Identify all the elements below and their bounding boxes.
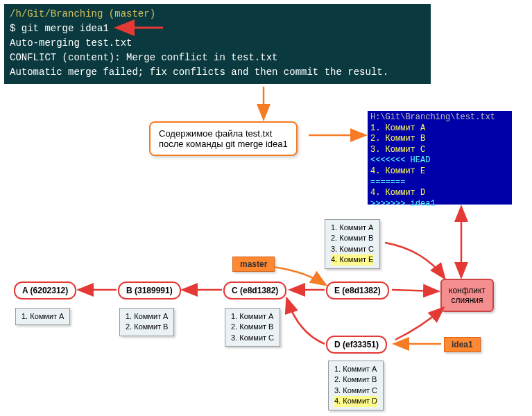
branch-master: master: [232, 257, 275, 272]
terminal-window: /h/Git/Branching (master) $ git merge id…: [4, 4, 431, 84]
file-e-l3: 3. Коммит C: [331, 244, 374, 254]
file-e-l1: 1. Коммит A: [331, 223, 374, 233]
editor-l5: 4. Коммит D: [370, 188, 509, 199]
callout-line-1: Содержимое файла test.txt: [159, 128, 288, 139]
terminal-output-1: Auto-merging test.txt: [10, 36, 425, 51]
conflict-l2: слияния: [449, 295, 486, 305]
file-c-l3: 3. Коммит C: [231, 333, 274, 343]
file-b-l2: 2. Коммит B: [126, 322, 168, 332]
svg-line-7: [392, 290, 437, 291]
file-box-d: 1. Коммит A 2. Коммит B 3. Коммит C 4. К…: [328, 361, 384, 410]
commit-node-c: C (e8d1382): [223, 281, 286, 300]
file-box-b: 1. Коммит A 2. Коммит B: [119, 308, 174, 336]
branch-idea1: idea1: [444, 337, 481, 352]
terminal-command: $ git merge idea1: [10, 21, 425, 36]
editor-sep-marker: =======: [370, 177, 509, 189]
file-box-e: 1. Коммит A 2. Коммит B 3. Коммит C 4. К…: [325, 219, 380, 269]
terminal-output-3: Automatic merge failed; fix conflicts an…: [10, 65, 425, 80]
file-d-l4: 4. Коммит D: [334, 396, 377, 406]
commit-node-a: A (6202312): [14, 281, 76, 300]
file-d-l1: 1. Коммит A: [334, 364, 377, 374]
file-d-l2: 2. Коммит B: [334, 374, 377, 385]
file-c-l2: 2. Коммит B: [231, 322, 274, 332]
editor-l4: 4. Коммит E: [370, 166, 509, 177]
file-e-l2: 2. Коммит B: [331, 233, 374, 243]
commit-node-d: D (ef33351): [326, 336, 387, 354]
terminal-output-2: CONFLICT (content): Merge conflict in te…: [10, 51, 425, 65]
editor-l2: 2. Коммит B: [370, 134, 509, 145]
editor-window: H:\Git\Branching\test.txt 1. Коммит A 2.…: [368, 111, 512, 205]
editor-header: H:\Git\Branching\test.txt: [370, 112, 509, 123]
commit-node-e: E (e8d1382): [326, 281, 389, 300]
file-b-l1: 1. Коммит A: [126, 311, 168, 322]
callout-file-content: Содержимое файла test.txt после команды …: [149, 121, 298, 156]
editor-branch-marker: >>>>>>> idea1: [370, 199, 509, 210]
terminal-path: /h/Git/Branching (master): [10, 7, 425, 21]
file-box-c: 1. Коммит A 2. Коммит B 3. Коммит C: [225, 308, 280, 347]
file-c-l1: 1. Коммит A: [231, 311, 274, 322]
file-a-l1: 1. Коммит A: [22, 311, 64, 322]
editor-l3: 3. Коммит C: [370, 145, 509, 156]
commit-node-b: B (3189991): [118, 281, 181, 300]
editor-l1: 1. Коммит A: [370, 123, 509, 135]
file-e-l4: 4. Коммит E: [331, 254, 374, 265]
callout-line-2: после команды git merge idea1: [159, 139, 288, 149]
conflict-l1: конфликт: [449, 286, 486, 295]
conflict-box: конфликт слияния: [440, 279, 494, 312]
file-box-a: 1. Коммит A: [15, 308, 70, 325]
file-d-l3: 3. Коммит C: [334, 385, 377, 396]
editor-head-marker: <<<<<<< HEAD: [370, 155, 509, 166]
